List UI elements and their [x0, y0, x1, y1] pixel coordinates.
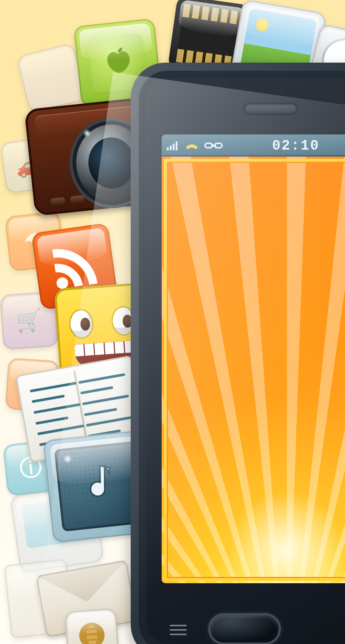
svg-rect-8 — [211, 144, 216, 147]
phone-screen[interactable]: 02:10 — [162, 134, 345, 583]
link-icon — [204, 141, 223, 150]
wallpaper — [162, 157, 345, 583]
svg-rect-2 — [167, 147, 169, 150]
call-icon — [184, 141, 199, 150]
svg-rect-4 — [173, 144, 175, 150]
status-bar: 02:10 — [162, 134, 345, 157]
status-time: 02:10 — [272, 138, 320, 154]
signal-icon — [167, 141, 179, 150]
globe-icon — [64, 608, 119, 644]
illustration-stage: 🚗 ☂ 🛒 👤 ⓘ — [0, 0, 345, 644]
menu-button[interactable] — [170, 625, 187, 635]
home-button[interactable] — [210, 615, 279, 643]
svg-rect-5 — [176, 141, 177, 150]
speaker-grill — [245, 104, 296, 113]
smartphone: 02:10 — [131, 63, 345, 644]
svg-rect-3 — [170, 146, 172, 150]
